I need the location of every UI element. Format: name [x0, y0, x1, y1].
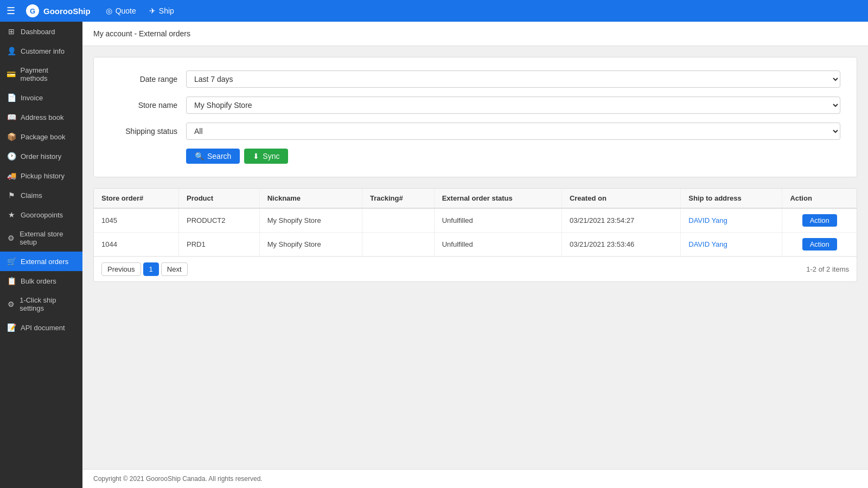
cell-created-on: 03/21/2021 23:54:27 — [561, 208, 680, 233]
search-button[interactable]: 🔍 Search — [186, 149, 240, 164]
sidebar-item-payment-methods[interactable]: 💳 Payment methods — [0, 61, 82, 88]
sidebar-item-label: External orders — [21, 258, 68, 266]
external-store-icon: ⚙ — [7, 234, 15, 242]
date-range-label: Date range — [110, 75, 186, 84]
sidebar-item-api-document[interactable]: 📝 API document — [0, 318, 82, 337]
sidebar-item-dashboard[interactable]: ⊞ Dashboard — [0, 22, 82, 41]
store-name-row: Store name My Shopify Store — [110, 97, 840, 114]
main-content: My account - External orders Date range … — [82, 22, 868, 488]
package-icon: 📦 — [7, 132, 16, 141]
cell-store-order: 1045 — [94, 208, 179, 233]
cell-action: Action — [782, 233, 857, 256]
page-info: 1-2 of 2 items — [806, 265, 849, 273]
sidebar-item-label: Dashboard — [21, 28, 55, 36]
shipping-status-control: All Fulfilled Unfulfilled — [186, 123, 840, 140]
ship-to-link[interactable]: DAVID Yang — [688, 240, 727, 248]
sidebar-item-label: Bulk orders — [21, 277, 56, 285]
col-action: Action — [782, 189, 857, 208]
data-table: Store order# Product Nickname Tracking# … — [94, 189, 857, 256]
footer: Copyright © 2021 GoorooShip Canada. All … — [82, 469, 868, 488]
sidebar-item-customer-info[interactable]: 👤 Customer info — [0, 41, 82, 61]
cell-status: Unfulfilled — [434, 233, 561, 256]
sidebar-item-address-book[interactable]: 📖 Address book — [0, 107, 82, 127]
sidebar-item-label: Claims — [21, 191, 42, 200]
external-orders-icon: 🛒 — [7, 257, 16, 266]
sidebar-item-gooroopoints[interactable]: ★ Gooroopoints — [0, 205, 82, 224]
cell-tracking — [362, 233, 435, 256]
search-icon: 🔍 — [195, 152, 204, 160]
order-history-icon: 🕐 — [7, 152, 16, 160]
quote-label: Quote — [116, 7, 136, 15]
page-header: My account - External orders — [82, 22, 868, 46]
pagination-row: Previous 1 Next 1-2 of 2 items — [94, 256, 857, 281]
sidebar-item-invoice[interactable]: 📄 Invoice — [0, 88, 82, 107]
claims-icon: ⚑ — [7, 191, 16, 200]
brand-name: GoorooShip — [43, 7, 91, 16]
sidebar-item-order-history[interactable]: 🕐 Order history — [0, 146, 82, 166]
ship-link[interactable]: ✈ Ship — [149, 7, 174, 15]
sync-icon: ⬇ — [253, 152, 259, 160]
filter-card: Date range Last 7 days Last 30 days Last… — [93, 57, 857, 177]
sidebar-item-label: Pickup history — [21, 172, 65, 180]
bulk-orders-icon: 📋 — [7, 277, 16, 285]
table-row: 1045 PRODUCT2 My Shopify Store Unfulfill… — [94, 208, 857, 233]
cell-ship-to: DAVID Yang — [681, 208, 782, 233]
copyright-text: Copyright © 2021 GoorooShip Canada. All … — [93, 475, 263, 483]
sidebar-item-1-click-ship[interactable]: ⚙ 1-Click ship settings — [0, 291, 82, 318]
brand: G GoorooShip — [26, 4, 91, 17]
invoice-icon: 📄 — [7, 93, 16, 102]
sidebar-item-package-book[interactable]: 📦 Package book — [0, 127, 82, 146]
sidebar-item-bulk-orders[interactable]: 📋 Bulk orders — [0, 271, 82, 291]
ship-label: Ship — [159, 7, 174, 15]
col-external-order-status: External order status — [434, 189, 561, 208]
breadcrumb: My account - External orders — [93, 29, 190, 38]
shipping-status-label: Shipping status — [110, 127, 186, 136]
table-header-row: Store order# Product Nickname Tracking# … — [94, 189, 857, 208]
date-range-row: Date range Last 7 days Last 30 days Last… — [110, 70, 840, 88]
previous-button[interactable]: Previous — [101, 262, 141, 276]
sidebar-item-label: Order history — [21, 152, 61, 160]
gooroopoints-icon: ★ — [7, 210, 16, 219]
quote-link[interactable]: ◎ Quote — [106, 7, 136, 15]
cell-store-order: 1044 — [94, 233, 179, 256]
col-tracking: Tracking# — [362, 189, 435, 208]
dashboard-icon: ⊞ — [7, 27, 16, 36]
cell-status: Unfulfilled — [434, 208, 561, 233]
sidebar-item-label: Package book — [21, 133, 65, 141]
sidebar-item-label: Invoice — [21, 94, 43, 102]
store-name-label: Store name — [110, 101, 186, 110]
payment-icon: 💳 — [7, 70, 16, 79]
top-nav: ☰ G GoorooShip ◎ Quote ✈ Ship — [0, 0, 868, 22]
brand-icon: G — [26, 4, 39, 17]
sidebar-item-external-store-setup[interactable]: ⚙ External store setup — [0, 224, 82, 252]
shipping-status-select[interactable]: All Fulfilled Unfulfilled — [186, 123, 840, 140]
sidebar-item-label: Payment methods — [21, 66, 76, 82]
sidebar-item-external-orders[interactable]: 🛒 External orders — [0, 252, 82, 271]
cell-nickname: My Shopify Store — [259, 208, 362, 233]
col-created-on: Created on — [561, 189, 680, 208]
hamburger-icon[interactable]: ☰ — [7, 5, 15, 17]
content-area: Date range Last 7 days Last 30 days Last… — [82, 46, 868, 469]
cell-tracking — [362, 208, 435, 233]
quote-icon: ◎ — [106, 7, 112, 15]
date-range-select[interactable]: Last 7 days Last 30 days Last 90 days Cu… — [186, 70, 840, 88]
ship-to-link[interactable]: DAVID Yang — [688, 216, 727, 224]
next-button[interactable]: Next — [161, 262, 188, 276]
sidebar-item-label: Customer info — [21, 47, 65, 55]
sidebar-item-label: Gooroopoints — [21, 211, 63, 219]
action-button[interactable]: Action — [802, 238, 837, 251]
cell-created-on: 03/21/2021 23:53:46 — [561, 233, 680, 256]
sidebar-item-label: 1-Click ship settings — [20, 296, 76, 312]
sync-button[interactable]: ⬇ Sync — [244, 149, 288, 164]
col-store-order: Store order# — [94, 189, 179, 208]
sidebar-item-claims[interactable]: ⚑ Claims — [0, 185, 82, 205]
page-1-button[interactable]: 1 — [143, 262, 159, 276]
pagination-controls: Previous 1 Next — [101, 262, 188, 276]
store-name-select[interactable]: My Shopify Store — [186, 97, 840, 114]
sidebar-item-pickup-history[interactable]: 🚚 Pickup history — [0, 166, 82, 185]
action-button[interactable]: Action — [802, 214, 837, 227]
cell-product: PRODUCT2 — [179, 208, 260, 233]
1-click-ship-icon: ⚙ — [7, 300, 15, 309]
cell-ship-to: DAVID Yang — [681, 233, 782, 256]
pickup-history-icon: 🚚 — [7, 171, 16, 180]
